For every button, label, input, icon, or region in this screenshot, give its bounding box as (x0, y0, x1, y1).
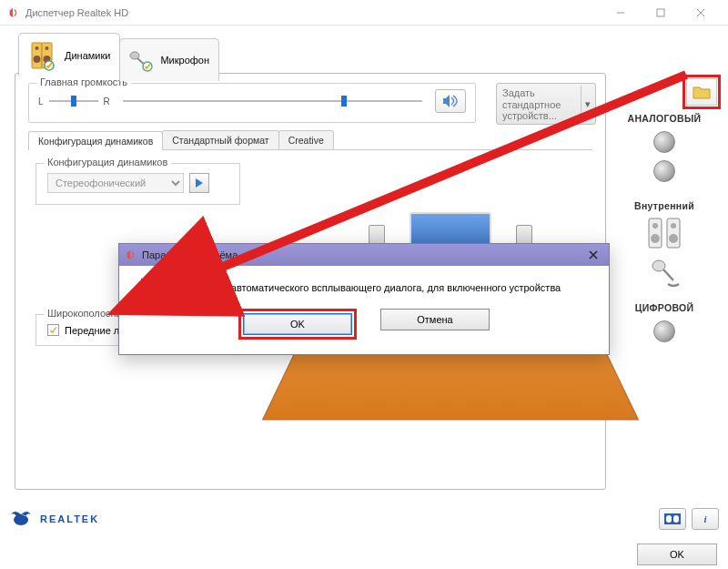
brand: REALTEK (9, 509, 99, 529)
svg-rect-14 (649, 218, 662, 248)
window-title: Диспетчер Realtek HD (25, 7, 601, 18)
internal-mic-icon (643, 255, 685, 291)
checkbox-icon (144, 281, 156, 293)
subtab-config[interactable]: Конфигурация динамиков (28, 131, 163, 150)
connector-settings-button[interactable] (686, 78, 717, 106)
svg-rect-23 (666, 515, 672, 523)
realtek-logo-icon (9, 509, 33, 529)
internal-speakers-icon (643, 215, 685, 251)
main-ok-button[interactable]: OK (637, 544, 717, 565)
tab-speakers-label: Динамики (65, 50, 110, 61)
info-button[interactable]: i (692, 508, 719, 530)
svg-point-18 (671, 223, 676, 229)
tab-speakers[interactable]: Динамики (18, 33, 120, 76)
maximize-button[interactable] (641, 0, 681, 25)
connector-settings-dialog: Параметры разъёма Подключение автоматиче… (118, 243, 610, 355)
close-button[interactable] (681, 0, 721, 25)
internal-label: Внутренний (613, 200, 715, 211)
subtab-format[interactable]: Стандартный формат (162, 130, 278, 149)
svg-point-16 (652, 223, 658, 229)
svg-point-8 (46, 46, 49, 50)
chevron-down-icon: ▾ (581, 86, 593, 122)
svg-point-17 (651, 234, 660, 243)
default-device-dropdown[interactable]: Задать стандартное устройств... ▾ (496, 83, 596, 125)
main-volume-group: Главная громкость L R (28, 83, 476, 123)
mute-button[interactable] (435, 89, 466, 113)
balance-slider[interactable] (49, 93, 98, 109)
connector-panel: АНАЛОГОВЫЙ Внутренний ЦИФРОВОЙ (613, 76, 715, 490)
speakers-icon (25, 39, 59, 72)
balance-r-label: R (104, 97, 110, 107)
tab-microphone-label: Микрофон (160, 55, 209, 66)
balance-l-label: L (38, 97, 44, 107)
tab-microphone[interactable]: Микрофон (119, 38, 219, 81)
dialog-icon (125, 249, 137, 261)
volume-slider[interactable] (123, 93, 422, 109)
svg-rect-24 (673, 515, 679, 523)
speaker-config-title: Конфигурация динамиков (44, 157, 171, 168)
speaker-config-group: Конфигурация динамиков Стереофонический (35, 163, 240, 205)
analog-label: АНАЛОГОВЫЙ (613, 113, 715, 124)
analog-jack-1[interactable] (653, 131, 675, 153)
svg-line-21 (663, 269, 673, 280)
highlight-box: OK (238, 309, 357, 340)
main-volume-title: Главная громкость (36, 76, 131, 87)
dialog-titlebar: Параметры разъёма (119, 244, 609, 266)
svg-point-19 (669, 234, 678, 243)
dolby-button[interactable] (659, 508, 686, 530)
svg-rect-15 (667, 218, 680, 248)
dialog-cancel-button[interactable]: Отмена (380, 309, 490, 330)
footer: REALTEK i (9, 508, 719, 530)
dialog-ok-button[interactable]: OK (243, 313, 352, 335)
digital-jack[interactable] (653, 320, 675, 342)
auto-popup-checkbox[interactable]: Подключение автоматического всплывающего… (141, 279, 587, 296)
sub-tabs: Конфигурация динамиков Стандартный форма… (28, 130, 592, 150)
highlight-box (141, 279, 158, 296)
subtab-creative[interactable]: Creative (278, 130, 334, 149)
dialog-close-button[interactable] (583, 247, 603, 263)
minimize-button[interactable] (601, 0, 641, 25)
device-tabs: Динамики Микрофон (18, 33, 218, 76)
svg-point-6 (35, 46, 39, 50)
analog-jack-2[interactable] (653, 160, 675, 182)
speaker-config-select[interactable]: Стереофонический (47, 173, 184, 193)
svg-rect-1 (657, 9, 664, 16)
play-test-button[interactable] (189, 173, 209, 193)
dialog-title: Параметры разъёма (142, 249, 238, 260)
titlebar: Диспетчер Realtek HD (0, 0, 728, 25)
checkbox-icon (47, 324, 59, 336)
digital-label: ЦИФРОВОЙ (613, 302, 715, 313)
app-icon (7, 6, 20, 19)
svg-point-7 (34, 56, 41, 63)
microphone-icon (126, 47, 155, 73)
